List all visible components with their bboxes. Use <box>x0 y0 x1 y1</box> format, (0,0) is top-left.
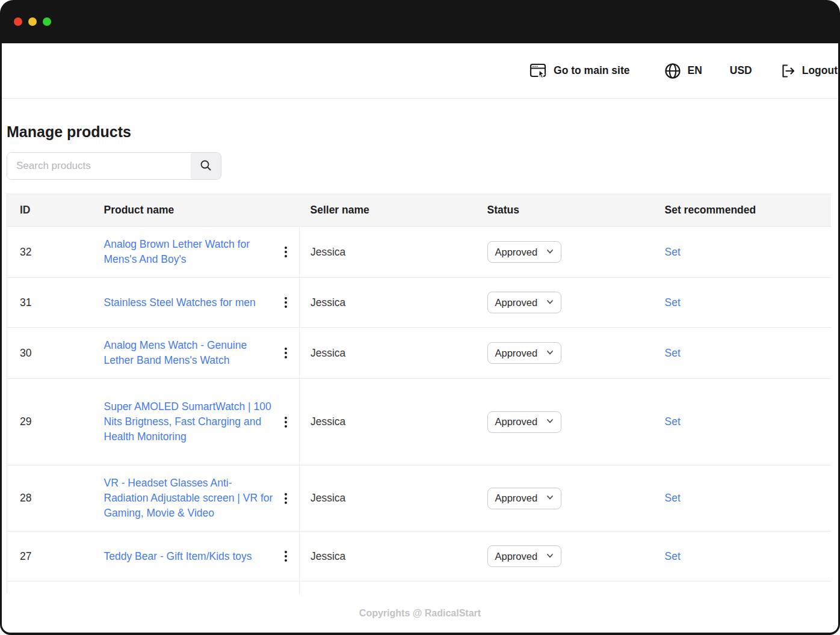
page-title: Manage products <box>7 123 838 141</box>
minimize-window-button[interactable] <box>28 17 37 26</box>
status-select[interactable]: Approved <box>487 545 561 567</box>
table-row: 31 Stainless Steel Watches for men Jessi… <box>7 278 832 328</box>
kebab-menu-icon[interactable] <box>282 491 289 506</box>
status-value: Approved <box>495 297 538 308</box>
table-row: 30 Analog Mens Watch - Genuine Lether Ba… <box>7 328 832 379</box>
seller-name <box>300 581 480 594</box>
set-recommended-link[interactable]: Set <box>665 347 681 359</box>
product-link[interactable]: Teddy Bear - Gift Item/Kids toys <box>104 549 252 564</box>
seller-name: Jessica <box>300 328 480 379</box>
header-set-recommended: Set recommended <box>658 194 832 227</box>
kebab-menu-icon[interactable] <box>282 244 289 260</box>
product-id: 28 <box>7 465 97 532</box>
product-link[interactable]: Super AMOLED SumartWatch | 100 Nits Brig… <box>104 399 276 444</box>
set-recommended-link[interactable]: Set <box>665 492 681 504</box>
window-frame: Go to main site EN USD <box>0 0 840 635</box>
product-link[interactable]: Analog Mens Watch - Genuine Lether Band … <box>104 338 276 368</box>
status-select[interactable]: Approved <box>487 342 561 364</box>
status-value: Approved <box>495 551 538 562</box>
set-recommended-link[interactable]: Set <box>665 550 681 562</box>
status-select[interactable]: Approved <box>487 292 561 313</box>
table-header-row: ID Product name Seller name Status Set r… <box>7 194 832 227</box>
table-row: 32 Analog Brown Lether Watch for Mens's … <box>7 227 832 278</box>
product-link[interactable]: VR - Headset Glasses Anti-Radiation Adju… <box>104 476 276 521</box>
table-row-partial: Shades Of Heaven Universal <box>7 581 832 594</box>
product-id: 31 <box>7 278 97 328</box>
currency-selector[interactable]: USD <box>730 64 752 77</box>
chevron-down-icon <box>546 492 554 504</box>
seller-name: Jessica <box>300 278 480 328</box>
chevron-down-icon <box>546 416 554 428</box>
admin-topbar: Go to main site EN USD <box>2 43 838 99</box>
status-select[interactable]: Approved <box>487 241 561 263</box>
search-icon <box>200 159 212 173</box>
kebab-menu-icon[interactable] <box>282 414 289 430</box>
status-value: Approved <box>495 247 538 258</box>
app-window: Go to main site EN USD <box>2 43 838 633</box>
logout-label: Logout <box>802 64 838 77</box>
product-id: 30 <box>7 328 97 379</box>
header-id: ID <box>7 194 97 227</box>
chevron-down-icon <box>546 551 554 562</box>
copyright-text: Copyrights @ RadicalStart <box>2 608 838 619</box>
chevron-down-icon <box>546 297 554 308</box>
header-product-name: Product name <box>97 194 300 227</box>
globe-icon <box>664 63 681 79</box>
product-link[interactable]: Analog Brown Lether Watch for Mens's And… <box>104 237 276 267</box>
chevron-down-icon <box>546 348 554 359</box>
set-recommended-link[interactable]: Set <box>665 246 681 258</box>
browser-cursor-icon <box>530 63 548 79</box>
header-status: Status <box>480 194 658 227</box>
logout-button[interactable]: Logout <box>780 63 838 79</box>
status-select[interactable]: Approved <box>487 488 561 509</box>
go-to-main-site-label: Go to main site <box>554 64 629 77</box>
close-window-button[interactable] <box>14 17 22 26</box>
status-value: Approved <box>495 348 538 359</box>
set-recommended-link[interactable]: Set <box>665 416 681 428</box>
product-id: 27 <box>7 532 97 581</box>
traffic-lights <box>14 17 51 26</box>
logout-icon <box>780 63 796 79</box>
seller-name: Jessica <box>300 227 480 278</box>
seller-name: Jessica <box>300 379 480 465</box>
table-row: 28 VR - Headset Glasses Anti-Radiation A… <box>7 465 832 532</box>
seller-name: Jessica <box>300 532 480 581</box>
maximize-window-button[interactable] <box>43 17 51 26</box>
language-label: EN <box>687 64 702 77</box>
header-seller-name: Seller name <box>300 194 480 227</box>
search-button[interactable] <box>191 153 221 179</box>
search-bar <box>7 152 221 180</box>
product-id: 32 <box>7 227 97 278</box>
table-row: 27 Teddy Bear - Gift Item/Kids toys Jess… <box>7 532 832 581</box>
language-selector[interactable]: EN <box>664 63 702 79</box>
set-recommended-link[interactable]: Set <box>665 296 681 308</box>
product-id: 29 <box>7 379 97 465</box>
kebab-menu-icon[interactable] <box>282 345 289 361</box>
seller-name: Jessica <box>300 465 480 532</box>
go-to-main-site-link[interactable]: Go to main site <box>530 63 629 79</box>
chevron-down-icon <box>546 247 554 258</box>
table-row: 29 Super AMOLED SumartWatch | 100 Nits B… <box>7 379 832 465</box>
status-select[interactable]: Approved <box>487 411 561 433</box>
product-link[interactable]: Stainless Steel Watches for men <box>104 295 256 310</box>
status-value: Approved <box>495 416 538 428</box>
product-id <box>7 581 97 594</box>
kebab-menu-icon[interactable] <box>282 548 289 564</box>
products-table: ID Product name Seller name Status Set r… <box>7 194 831 594</box>
kebab-menu-icon[interactable] <box>282 295 289 310</box>
currency-label: USD <box>730 64 752 77</box>
products-table-container: ID Product name Seller name Status Set r… <box>7 194 831 594</box>
search-input[interactable] <box>7 153 191 179</box>
status-value: Approved <box>495 492 538 504</box>
